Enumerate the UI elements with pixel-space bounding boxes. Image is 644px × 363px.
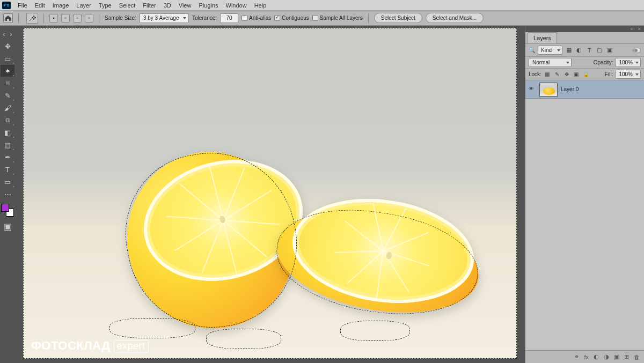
- brush-tool[interactable]: 🖌: [1, 102, 14, 114]
- blend-mode-dropdown[interactable]: Normal: [529, 58, 572, 67]
- fill-input[interactable]: 100%: [615, 70, 641, 79]
- anti-alias-option[interactable]: Anti-alias: [241, 15, 271, 21]
- fill-label: Fill:: [605, 71, 613, 77]
- tools-panel: ‹› ✥ ▭ ✶ ⌗ ✎ 🖌 ⧈ ◧ ▤ ✒ T ▭ ⋯ ▣: [0, 26, 15, 363]
- menu-view[interactable]: View: [175, 2, 195, 9]
- selection-intersect-icon[interactable]: ▫: [85, 14, 93, 23]
- contiguous-option[interactable]: Contiguous: [274, 15, 309, 21]
- lock-pixels-icon[interactable]: ✎: [553, 71, 561, 78]
- fx-icon[interactable]: fx: [584, 354, 589, 360]
- new-layer-icon[interactable]: ⊞: [624, 353, 629, 360]
- contiguous-label: Contiguous: [282, 15, 309, 21]
- sample-all-layers-option[interactable]: Sample All Layers: [312, 15, 363, 21]
- layer-filter-row: 🔍 Kind ▦ ◐ T ▢ ▣: [525, 44, 644, 57]
- filter-toggle[interactable]: [633, 48, 641, 53]
- lock-transparent-icon[interactable]: ▦: [544, 71, 551, 78]
- menu-help[interactable]: Help: [251, 2, 270, 9]
- shape-tool[interactable]: ▭: [1, 176, 14, 188]
- menu-filter[interactable]: Filter: [139, 2, 159, 9]
- chevron-left-icon[interactable]: ‹‹: [631, 26, 634, 32]
- clone-stamp-tool[interactable]: ⧈: [1, 114, 14, 126]
- menu-type[interactable]: Type: [95, 2, 115, 9]
- menu-layer[interactable]: Layer: [72, 2, 95, 9]
- filter-smart-icon[interactable]: ▣: [606, 47, 613, 54]
- group-icon[interactable]: ▣: [614, 353, 619, 360]
- eraser-tool[interactable]: ◧: [1, 127, 14, 138]
- magic-wand-tool[interactable]: ✶: [1, 65, 14, 77]
- link-layers-icon[interactable]: ⚭: [574, 353, 579, 360]
- menu-window[interactable]: Window: [222, 2, 251, 9]
- filter-type-icon[interactable]: T: [586, 47, 593, 54]
- watermark-text: ФОТОСКЛАД: [31, 339, 111, 353]
- checkbox-icon: [274, 15, 280, 21]
- tab-layers[interactable]: Layers: [528, 32, 557, 43]
- search-icon: 🔍: [529, 47, 535, 53]
- selection-new-icon[interactable]: ▪: [49, 14, 58, 23]
- layer-name[interactable]: Layer 0: [561, 86, 579, 92]
- filter-kind-dropdown[interactable]: Kind: [538, 46, 562, 55]
- document-canvas[interactable]: ФОТОСКЛАД expert: [23, 28, 517, 359]
- image-subject-left: [120, 152, 303, 329]
- lock-position-icon[interactable]: ✥: [563, 71, 570, 78]
- panel-handle[interactable]: ‹‹×: [525, 26, 644, 32]
- tolerance-input[interactable]: 70: [220, 13, 238, 23]
- select-and-mask-button[interactable]: Select and Mask...: [426, 13, 484, 23]
- menu-file[interactable]: File: [14, 2, 31, 9]
- more-tools[interactable]: ⋯: [1, 188, 14, 200]
- separator: [368, 13, 369, 23]
- checkbox-icon: [312, 15, 318, 21]
- type-tool[interactable]: T: [1, 164, 14, 175]
- lock-row: Lock: ▦ ✎ ✥ ▣ 🔒 Fill: 100%: [525, 69, 644, 80]
- lock-label: Lock:: [529, 71, 541, 77]
- layer-item[interactable]: 👁 Layer 0: [525, 80, 644, 99]
- current-tool-icon[interactable]: [26, 13, 38, 24]
- adjustment-icon[interactable]: ◑: [604, 353, 609, 360]
- eyedropper-tool[interactable]: ✎: [1, 90, 14, 101]
- selection-marquee: [206, 329, 281, 349]
- menu-plugins[interactable]: Plugins: [195, 2, 222, 9]
- visibility-icon[interactable]: 👁: [529, 86, 536, 93]
- tolerance-label: Tolerance:: [192, 15, 217, 21]
- trash-icon[interactable]: 🗑: [634, 354, 640, 360]
- layers-panel-footer: ⚭ fx ◐ ◑ ▣ ⊞ 🗑: [525, 350, 644, 363]
- selection-subtract-icon[interactable]: ▫: [73, 14, 82, 23]
- select-subject-button[interactable]: Select Subject: [374, 13, 422, 23]
- foreground-color[interactable]: [1, 204, 9, 212]
- sample-all-label: Sample All Layers: [320, 15, 363, 21]
- close-icon[interactable]: ×: [638, 26, 641, 32]
- layer-list[interactable]: 👁 Layer 0: [525, 80, 644, 350]
- lock-all-icon[interactable]: 🔒: [582, 71, 590, 78]
- layer-thumbnail[interactable]: [539, 83, 558, 97]
- blend-row: Normal Opacity: 100%: [525, 57, 644, 69]
- options-bar: ▪ ▫ ▫ ▫ Sample Size: 3 by 3 Average Tole…: [0, 11, 644, 26]
- opacity-input[interactable]: 100%: [615, 58, 641, 67]
- lock-artboard-icon[interactable]: ▣: [573, 71, 580, 78]
- home-button[interactable]: [3, 13, 13, 23]
- collapse-handle[interactable]: ‹: [1, 28, 8, 40]
- collapse-handle[interactable]: ›: [8, 28, 14, 40]
- filter-shape-icon[interactable]: ▢: [596, 47, 603, 54]
- filter-adjust-icon[interactable]: ◐: [575, 47, 583, 54]
- menu-select[interactable]: Select: [115, 2, 140, 9]
- magic-wand-icon: [28, 14, 36, 22]
- crop-tool[interactable]: ⌗: [1, 77, 14, 89]
- separator: [18, 13, 19, 23]
- pen-tool[interactable]: ✒: [1, 151, 14, 163]
- marquee-tool[interactable]: ▭: [1, 53, 14, 64]
- app-logo: Ps: [2, 2, 11, 9]
- move-tool[interactable]: ✥: [1, 40, 14, 52]
- quick-mask-toggle[interactable]: ▣: [2, 221, 13, 231]
- opacity-label: Opacity:: [594, 60, 613, 65]
- canvas-viewport[interactable]: ФОТОСКЛАД expert: [15, 26, 525, 363]
- menu-image[interactable]: Image: [49, 2, 73, 9]
- menu-bar: Ps File Edit Image Layer Type Select Fil…: [0, 0, 644, 11]
- menu-3d[interactable]: 3D: [160, 2, 175, 9]
- sample-size-dropdown[interactable]: 3 by 3 Average: [140, 13, 189, 23]
- menu-edit[interactable]: Edit: [31, 2, 49, 9]
- anti-alias-label: Anti-alias: [249, 15, 271, 21]
- selection-add-icon[interactable]: ▫: [61, 14, 70, 23]
- gradient-tool[interactable]: ▤: [1, 139, 14, 151]
- color-swatches[interactable]: [1, 204, 14, 217]
- filter-pixel-icon[interactable]: ▦: [565, 47, 573, 54]
- mask-icon[interactable]: ◐: [594, 353, 599, 360]
